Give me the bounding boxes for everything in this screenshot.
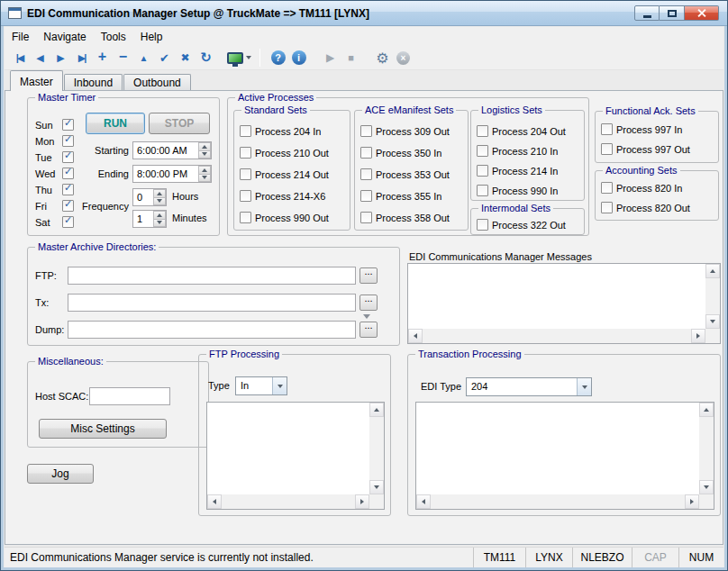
scroll-right-icon[interactable] — [691, 329, 705, 343]
ftp-browse-button[interactable]: ... — [359, 267, 378, 284]
scroll-down-icon[interactable] — [369, 480, 384, 494]
misc-settings-button[interactable]: Misc Settings — [39, 419, 167, 439]
dump-directory-input[interactable] — [68, 321, 356, 339]
checkbox-process-990-out[interactable]: Process 990 Out — [240, 211, 329, 224]
toolbar-monitor-button[interactable] — [225, 48, 252, 68]
day-checkbox-sat[interactable] — [62, 216, 74, 228]
checkbox-process-358-out[interactable]: Process 358 Out — [360, 211, 450, 224]
day-checkbox-wed[interactable] — [62, 168, 74, 179]
checkbox-process-309-out[interactable]: Process 309 Out — [360, 124, 450, 138]
checkbox-process-210-in[interactable]: Process 210 In — [477, 144, 558, 158]
checkbox-process-322-out[interactable]: Process 322 Out — [477, 218, 566, 231]
menu-file[interactable]: File — [5, 28, 36, 46]
horizontal-scrollbar[interactable] — [416, 494, 699, 509]
scroll-left-icon[interactable] — [416, 494, 431, 509]
scroll-up-icon[interactable] — [369, 403, 384, 417]
host-scac-input[interactable] — [89, 387, 170, 405]
dropdown-arrow-icon[interactable] — [272, 377, 287, 394]
spin-down-icon[interactable] — [153, 198, 166, 206]
checkbox-process-214-out[interactable]: Process 214 Out — [240, 168, 329, 181]
checkbox-process-214-in[interactable]: Process 214 In — [477, 164, 558, 177]
messages-memo[interactable] — [407, 263, 721, 344]
vertical-scrollbar[interactable] — [705, 264, 720, 329]
checkbox-process-820-in[interactable]: Process 820 In — [601, 181, 682, 195]
toolbar-stop-service-button[interactable]: ■ — [341, 48, 361, 68]
checkbox-process-210-out[interactable]: Process 210 Out — [240, 146, 329, 159]
dump-label: Dump: — [35, 324, 64, 335]
toolbar-abort-button[interactable]: × — [393, 48, 414, 68]
tx-directory-input[interactable] — [68, 294, 356, 312]
toolbar-cancel-button[interactable]: ✖ — [175, 48, 196, 68]
scroll-right-icon[interactable] — [355, 494, 369, 509]
tab-outbound[interactable]: Outbound — [123, 74, 191, 91]
run-button[interactable]: RUN — [86, 113, 145, 134]
scroll-right-icon[interactable] — [685, 494, 699, 509]
toolbar-refresh-button[interactable]: ↻ — [196, 48, 216, 68]
checkbox-process-997-out[interactable]: Process 997 Out — [601, 142, 690, 156]
toolbar-edit-button[interactable]: ▲ — [133, 48, 154, 68]
toolbar-info-button[interactable]: i — [288, 48, 309, 68]
toolbar-prior-button[interactable]: ◀ — [30, 48, 50, 68]
starting-time-spinner — [198, 142, 211, 159]
horizontal-scrollbar[interactable] — [408, 329, 705, 343]
spin-up-icon[interactable] — [153, 211, 166, 220]
spin-down-icon[interactable] — [198, 175, 211, 183]
toolbar-help-button[interactable]: ? — [268, 48, 288, 68]
toolbar-settings-button[interactable]: ⚙ — [372, 48, 393, 68]
tx-browse-button[interactable]: ... — [359, 295, 378, 311]
ftp-processing-memo[interactable] — [206, 402, 385, 510]
maximize-button[interactable] — [660, 5, 685, 21]
toolbar-delete-button[interactable]: − — [113, 48, 133, 68]
toolbar-next-button[interactable]: ▶ — [50, 48, 71, 68]
checkbox-process-990-in[interactable]: Process 990 In — [477, 184, 558, 197]
horizontal-scrollbar[interactable] — [207, 494, 369, 509]
menu-navigate[interactable]: Navigate — [36, 28, 93, 46]
day-checkbox-tue[interactable] — [62, 151, 74, 163]
checkbox-process-353-out[interactable]: Process 353 Out — [360, 168, 450, 181]
spin-up-icon[interactable] — [153, 189, 166, 198]
ftp-type-dropdown[interactable]: In — [235, 376, 287, 395]
checkbox-process-820-out[interactable]: Process 820 Out — [601, 201, 690, 214]
spin-up-icon[interactable] — [198, 166, 211, 175]
jog-button[interactable]: Jog — [27, 464, 94, 484]
scroll-down-icon[interactable] — [705, 314, 720, 329]
tab-inbound[interactable]: Inbound — [64, 74, 123, 91]
toolbar-first-button[interactable]: |◀ — [9, 48, 30, 68]
menu-tools[interactable]: Tools — [94, 28, 133, 46]
day-checkbox-sun[interactable] — [62, 119, 74, 131]
toolbar-last-button[interactable]: ▶| — [71, 48, 92, 68]
dump-browse-button[interactable]: ... — [359, 322, 378, 338]
checkbox-process-355-in[interactable]: Process 355 In — [360, 189, 441, 203]
checkbox-process-214-x6[interactable]: Process 214-X6 — [240, 189, 325, 203]
checkbox-process-204-out[interactable]: Process 204 Out — [477, 124, 566, 138]
day-checkbox-thu[interactable] — [62, 184, 74, 195]
edi-type-dropdown[interactable]: 204 — [466, 377, 592, 396]
minimize-button[interactable] — [634, 5, 660, 21]
spin-up-icon[interactable] — [198, 142, 211, 151]
toolbar-insert-button[interactable]: + — [92, 48, 113, 68]
checkbox-process-350-in[interactable]: Process 350 In — [360, 146, 441, 159]
close-button[interactable] — [685, 5, 719, 21]
spin-down-icon[interactable] — [198, 151, 211, 159]
toolbar-start-service-button[interactable]: ▶ — [320, 48, 341, 68]
ftp-directory-input[interactable] — [68, 267, 356, 285]
vertical-scrollbar[interactable] — [369, 403, 384, 494]
checkbox-process-204-in[interactable]: Process 204 In — [240, 124, 321, 138]
scroll-left-icon[interactable] — [408, 329, 423, 343]
scroll-down-icon[interactable] — [699, 480, 714, 494]
spin-down-icon[interactable] — [153, 220, 166, 228]
day-row: Mon — [35, 134, 74, 148]
stop-button[interactable]: STOP — [149, 113, 210, 134]
scroll-left-icon[interactable] — [207, 494, 222, 509]
transaction-processing-memo[interactable] — [415, 402, 714, 510]
checkbox-process-997-in[interactable]: Process 997 In — [601, 122, 682, 136]
scroll-up-icon[interactable] — [699, 403, 714, 417]
titlebar[interactable]: EDI Communication Manager Setup @ TruckM… — [1, 1, 727, 26]
toolbar-post-button[interactable]: ✔ — [154, 48, 175, 68]
menu-help[interactable]: Help — [133, 28, 170, 46]
day-checkbox-mon[interactable] — [62, 135, 74, 147]
tab-master[interactable]: Master — [10, 70, 63, 91]
vertical-scrollbar[interactable] — [699, 403, 714, 494]
scroll-up-icon[interactable] — [705, 264, 720, 278]
dropdown-arrow-icon[interactable] — [577, 378, 591, 395]
